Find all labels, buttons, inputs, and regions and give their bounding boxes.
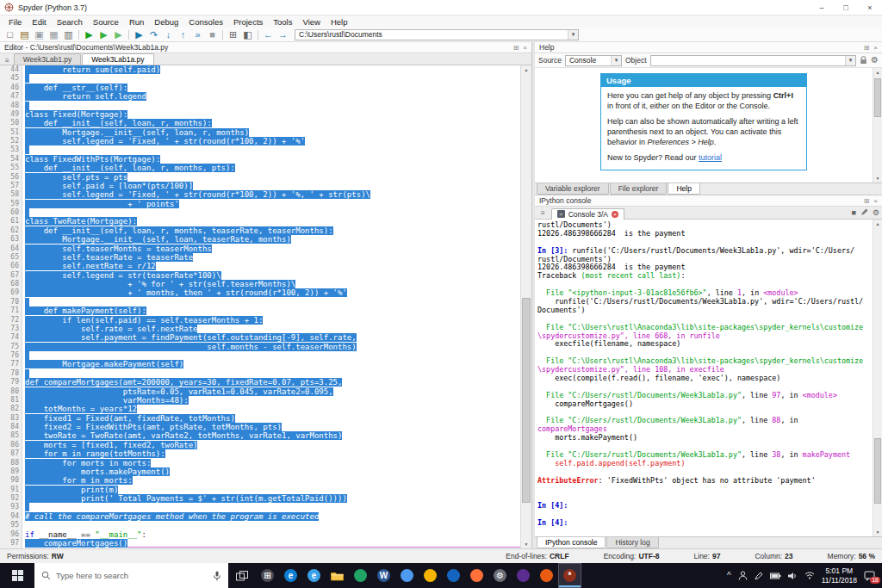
scroll-down-icon[interactable]: ▼ — [876, 174, 880, 183]
step-over-icon[interactable]: ↷ — [146, 28, 161, 41]
interrupt-kernel-icon[interactable]: ■ — [851, 208, 855, 217]
scroll-down-icon[interactable]: ▼ — [876, 528, 880, 536]
chevron-down-icon[interactable]: ▾ — [568, 30, 578, 40]
minimize-button[interactable]: – — [810, 0, 834, 15]
menu-consoles[interactable]: Consoles — [183, 17, 228, 27]
volume-icon[interactable] — [788, 572, 798, 580]
taskbar-edge[interactable]: e — [279, 563, 302, 588]
tab-variable-explorer[interactable]: Variable explorer — [537, 183, 609, 195]
menu-edit[interactable]: Edit — [27, 17, 51, 27]
menu-file[interactable]: File — [3, 17, 27, 27]
console-menu-icon[interactable]: ≡ — [537, 209, 549, 217]
editor-tab-week3lab1.py[interactable]: Week3Lab1.py — [14, 53, 82, 65]
stop-debug-icon[interactable]: ■ — [205, 28, 220, 41]
working-directory-combo[interactable]: C:\Users\rustl\Documents ▾ — [295, 29, 579, 40]
scrollbar-thumb[interactable] — [874, 438, 881, 504]
start-button[interactable] — [0, 563, 34, 588]
taskbar-slack[interactable] — [512, 563, 535, 588]
taskbar-firefox[interactable] — [465, 563, 488, 588]
tutorial-link[interactable]: tutorial — [699, 153, 722, 162]
chevron-down-icon[interactable]: ▾ — [845, 56, 855, 65]
layout-toggle-icon[interactable]: ◧ — [240, 28, 255, 41]
taskbar-search[interactable]: Type here to search — [34, 563, 228, 588]
console-output[interactable]: rustl/Documents')12026.486398666284 is t… — [535, 220, 873, 536]
taskbar-store[interactable] — [349, 563, 372, 588]
taskbar-spyder[interactable]: * — [558, 563, 581, 588]
menu-debug[interactable]: Debug — [149, 17, 183, 27]
chevron-down-icon[interactable]: ▾ — [611, 56, 621, 65]
run-file-icon[interactable]: ▶ — [82, 28, 96, 41]
help-scrollbar[interactable]: ▲ ▼ — [873, 68, 882, 183]
run-selection-icon[interactable]: ▶ — [111, 28, 126, 41]
tab-history-log[interactable]: History log — [606, 537, 658, 548]
menu-view[interactable]: View — [297, 17, 325, 27]
step-return-icon[interactable]: ↑ — [176, 28, 190, 41]
scroll-up-icon[interactable]: ▲ — [876, 68, 880, 77]
object-combo[interactable]: ▾ — [650, 55, 857, 66]
console-options-gear-icon[interactable]: ⚙ — [873, 208, 879, 217]
help-undock-icon[interactable]: ⊞ — [864, 44, 870, 52]
scrollbar-thumb[interactable] — [522, 298, 531, 503]
taskbar-clock[interactable]: 5:01 PM 11/11/2018 — [822, 566, 857, 585]
menu-projects[interactable]: Projects — [228, 17, 268, 27]
back-icon[interactable]: ← — [261, 28, 276, 41]
tray-expand-chevron-icon[interactable]: ^ — [727, 572, 731, 580]
editor-tab-week3lab1a.py[interactable]: Week3Lab1a.py — [82, 53, 153, 65]
menu-source[interactable]: Source — [88, 17, 124, 27]
microphone-icon[interactable] — [213, 571, 221, 581]
tab-help[interactable]: Help — [668, 183, 699, 195]
taskbar-calculator[interactable]: ⊞ — [256, 563, 279, 588]
maximize-button[interactable]: □ — [834, 0, 858, 15]
people-icon[interactable] — [738, 571, 748, 580]
tab-file-explorer[interactable]: File explorer — [610, 183, 668, 195]
editor-options-icon[interactable]: ⊞ — [513, 44, 519, 52]
scroll-down-icon[interactable]: ▼ — [525, 540, 529, 548]
task-view-button[interactable] — [228, 563, 256, 588]
network-icon[interactable] — [804, 572, 815, 579]
scrollbar-thumb[interactable] — [874, 78, 881, 117]
menu-search[interactable]: Search — [52, 17, 88, 27]
taskbar-settings[interactable]: ⚙ — [488, 563, 512, 588]
help-options-gear-icon[interactable]: ⚙ — [871, 56, 879, 65]
taskbar-mail[interactable] — [442, 563, 465, 588]
browse-tabs-icon[interactable]: ≡ — [2, 57, 13, 65]
scroll-up-icon[interactable]: ▲ — [876, 220, 880, 228]
menu-run[interactable]: Run — [124, 17, 149, 27]
menu-help[interactable]: Help — [326, 17, 353, 27]
help-close-icon[interactable]: × — [873, 44, 878, 52]
battery-icon[interactable] — [770, 573, 781, 579]
tab-ipython-console[interactable]: IPython console — [537, 537, 606, 548]
pen-icon[interactable] — [755, 572, 763, 580]
console-scrollbar[interactable]: ▲ ▼ — [873, 220, 882, 536]
console-tab[interactable]: > Console 3/A × — [551, 208, 624, 220]
debug-file-icon[interactable]: ▶ — [132, 28, 146, 41]
print-file-icon[interactable]: ▥ — [61, 28, 76, 41]
taskbar-chrome[interactable] — [395, 563, 419, 588]
taskbar-photos[interactable] — [419, 563, 442, 588]
editor-close-icon[interactable]: × — [523, 44, 527, 52]
console-undock-icon[interactable]: ⊞ — [864, 197, 870, 205]
console-close-icon[interactable]: × — [873, 197, 878, 205]
action-center-button[interactable]: 18 — [864, 571, 875, 581]
menu-tools[interactable]: Tools — [268, 17, 297, 27]
save-file-icon[interactable]: ▣ — [32, 28, 47, 41]
forward-icon[interactable]: → — [276, 28, 290, 41]
maximize-pane-icon[interactable]: ⊞ — [226, 28, 240, 41]
taskbar-vlc[interactable] — [535, 563, 558, 588]
scroll-up-icon[interactable]: ▲ — [525, 65, 529, 74]
code-editor[interactable]: return sum(self.paid) def __str__(self):… — [22, 65, 520, 548]
source-combo[interactable]: Console ▾ — [565, 55, 622, 66]
run-cell-icon[interactable]: ▶ — [96, 28, 111, 41]
editor-scrollbar[interactable]: ▲ ▼ — [520, 65, 531, 548]
save-all-icon[interactable]: ▦ — [47, 28, 61, 41]
taskbar-word[interactable]: W — [372, 563, 395, 588]
step-into-icon[interactable]: ↓ — [161, 28, 176, 41]
new-file-icon[interactable]: □ — [3, 28, 17, 41]
close-button[interactable]: × — [858, 0, 882, 15]
open-file-icon[interactable]: ▤ — [17, 28, 32, 41]
rename-console-icon[interactable] — [860, 208, 868, 218]
continue-execution-icon[interactable]: » — [190, 28, 205, 41]
taskbar-internet-explorer[interactable]: e — [302, 563, 326, 588]
taskbar-file-explorer[interactable] — [326, 563, 349, 588]
lock-icon[interactable] — [860, 56, 867, 65]
